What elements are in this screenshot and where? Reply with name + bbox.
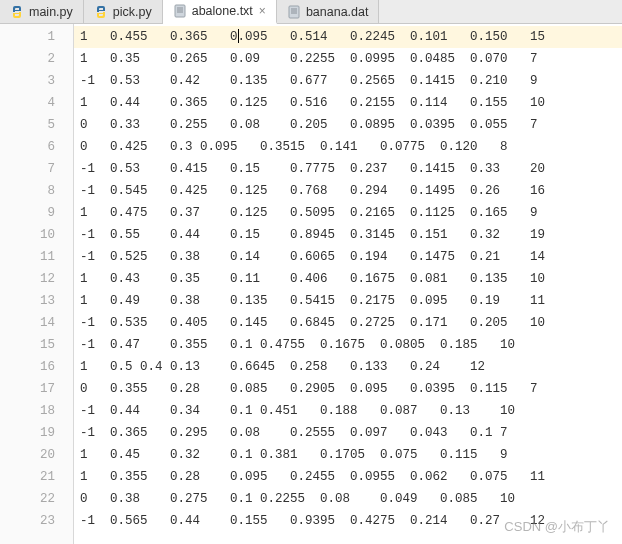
text-line[interactable]: 1 0.455 0.365 0.095 0.514 0.2245 0.101 0…: [74, 26, 622, 48]
line-number: 23: [0, 510, 73, 532]
text-line[interactable]: 1 0.43 0.35 0.11 0.406 0.1675 0.081 0.13…: [74, 268, 622, 290]
text-line[interactable]: -1 0.535 0.405 0.145 0.6845 0.2725 0.171…: [74, 312, 622, 334]
text-line[interactable]: 1 0.35 0.265 0.09 0.2255 0.0995 0.0485 0…: [74, 48, 622, 70]
tab-label: main.py: [29, 5, 73, 19]
text-line[interactable]: -1 0.44 0.34 0.1 0.451 0.188 0.087 0.13 …: [74, 400, 622, 422]
line-number: 6: [0, 136, 73, 158]
line-number: 8: [0, 180, 73, 202]
text-line[interactable]: 0 0.425 0.3 0.095 0.3515 0.141 0.0775 0.…: [74, 136, 622, 158]
line-number: 13: [0, 290, 73, 312]
editor-tabs: main.pypick.pyabalone.txt×banana.dat: [0, 0, 622, 24]
line-number: 20: [0, 444, 73, 466]
tab-pick-py[interactable]: pick.py: [84, 0, 163, 23]
close-icon[interactable]: ×: [259, 4, 266, 18]
line-number: 14: [0, 312, 73, 334]
line-number: 1: [0, 26, 73, 48]
text-line[interactable]: -1 0.47 0.355 0.1 0.4755 0.1675 0.0805 0…: [74, 334, 622, 356]
line-number: 5: [0, 114, 73, 136]
text-line[interactable]: 1 0.5 0.4 0.13 0.6645 0.258 0.133 0.24 1…: [74, 356, 622, 378]
tab-label: pick.py: [113, 5, 152, 19]
text-line[interactable]: -1 0.525 0.38 0.14 0.6065 0.194 0.1475 0…: [74, 246, 622, 268]
text-line[interactable]: 0 0.33 0.255 0.08 0.205 0.0895 0.0395 0.…: [74, 114, 622, 136]
text-file-icon: [173, 4, 187, 18]
line-number: 11: [0, 246, 73, 268]
text-line[interactable]: -1 0.365 0.295 0.08 0.2555 0.097 0.043 0…: [74, 422, 622, 444]
line-number: 17: [0, 378, 73, 400]
text-content[interactable]: 1 0.455 0.365 0.095 0.514 0.2245 0.101 0…: [74, 24, 622, 544]
svg-rect-0: [175, 5, 185, 17]
text-file-icon: [287, 5, 301, 19]
text-line[interactable]: -1 0.55 0.44 0.15 0.8945 0.3145 0.151 0.…: [74, 224, 622, 246]
line-number: 12: [0, 268, 73, 290]
line-number: 4: [0, 92, 73, 114]
svg-rect-4: [289, 6, 299, 18]
text-caret: [238, 29, 239, 43]
text-line[interactable]: -1 0.565 0.44 0.155 0.9395 0.4275 0.214 …: [74, 510, 622, 532]
tab-main-py[interactable]: main.py: [0, 0, 84, 23]
line-number: 16: [0, 356, 73, 378]
text-line[interactable]: 0 0.38 0.275 0.1 0.2255 0.08 0.049 0.085…: [74, 488, 622, 510]
editor-area: 1234567891011121314151617181920212223 1 …: [0, 24, 622, 544]
line-number: 2: [0, 48, 73, 70]
text-line[interactable]: 1 0.49 0.38 0.135 0.5415 0.2175 0.095 0.…: [74, 290, 622, 312]
text-line[interactable]: -1 0.53 0.415 0.15 0.7775 0.237 0.1415 0…: [74, 158, 622, 180]
line-number: 10: [0, 224, 73, 246]
tab-label: abalone.txt: [192, 4, 253, 18]
line-number-gutter: 1234567891011121314151617181920212223: [0, 24, 74, 544]
line-number: 19: [0, 422, 73, 444]
line-number: 7: [0, 158, 73, 180]
text-line[interactable]: -1 0.545 0.425 0.125 0.768 0.294 0.1495 …: [74, 180, 622, 202]
tab-banana-dat[interactable]: banana.dat: [277, 0, 380, 23]
line-number: 22: [0, 488, 73, 510]
tab-label: banana.dat: [306, 5, 369, 19]
line-number: 15: [0, 334, 73, 356]
python-file-icon: [10, 5, 24, 19]
text-line[interactable]: 0 0.355 0.28 0.085 0.2905 0.095 0.0395 0…: [74, 378, 622, 400]
text-line[interactable]: 1 0.44 0.365 0.125 0.516 0.2155 0.114 0.…: [74, 92, 622, 114]
text-line[interactable]: -1 0.53 0.42 0.135 0.677 0.2565 0.1415 0…: [74, 70, 622, 92]
text-line[interactable]: 1 0.45 0.32 0.1 0.381 0.1705 0.075 0.115…: [74, 444, 622, 466]
line-number: 9: [0, 202, 73, 224]
text-line[interactable]: 1 0.475 0.37 0.125 0.5095 0.2165 0.1125 …: [74, 202, 622, 224]
line-number: 21: [0, 466, 73, 488]
text-line[interactable]: 1 0.355 0.28 0.095 0.2455 0.0955 0.062 0…: [74, 466, 622, 488]
python-file-icon: [94, 5, 108, 19]
line-number: 3: [0, 70, 73, 92]
line-number: 18: [0, 400, 73, 422]
tab-abalone-txt[interactable]: abalone.txt×: [163, 0, 277, 24]
